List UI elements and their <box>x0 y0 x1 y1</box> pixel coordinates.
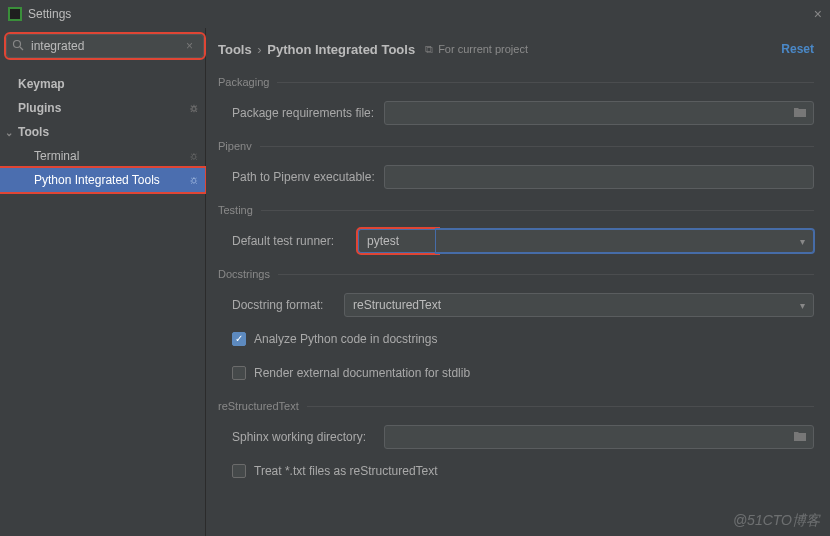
section-title: Docstrings <box>218 268 814 280</box>
breadcrumb-separator: › <box>257 42 261 57</box>
sphinx-dir-label: Sphinx working directory: <box>232 430 384 444</box>
treat-txt-checkbox[interactable] <box>232 464 246 478</box>
search-input[interactable] <box>6 34 204 58</box>
sidebar-item-label: Tools <box>18 125 49 139</box>
render-stdlib-checkbox[interactable] <box>232 366 246 380</box>
analyze-docstrings-label: Analyze Python code in docstrings <box>254 332 437 346</box>
sidebar: × Keymap Plugins ⛭ ⌄ Tools Terminal ⛭ Py… <box>0 28 206 536</box>
row-treat-txt: Treat *.txt files as reStructuredText <box>232 458 814 484</box>
treat-txt-label: Treat *.txt files as reStructuredText <box>254 464 438 478</box>
close-icon[interactable]: × <box>794 6 822 22</box>
window-title: Settings <box>28 7 794 21</box>
settings-tree: Keymap Plugins ⛭ ⌄ Tools Terminal ⛭ Pyth… <box>0 66 205 192</box>
search-icon <box>12 39 24 54</box>
pipenv-path-input[interactable] <box>384 165 814 189</box>
project-badge-icon: ⛭ <box>189 175 199 186</box>
project-badge-icon: ⛭ <box>189 103 199 114</box>
breadcrumb-row: Tools › Python Integrated Tools ⧉ For cu… <box>218 36 814 62</box>
section-docstrings: Docstrings Docstring format: reStructure… <box>218 268 814 386</box>
row-docstring-format: Docstring format: reStructuredText ▾ <box>232 292 814 318</box>
row-package-requirements: Package requirements file: <box>232 100 814 126</box>
project-scope-label: For current project <box>438 43 528 55</box>
section-rst: reStructuredText Sphinx working director… <box>218 400 814 484</box>
breadcrumb-root: Tools <box>218 42 252 57</box>
pipenv-path-label: Path to Pipenv executable: <box>232 170 384 184</box>
svg-rect-1 <box>10 9 20 19</box>
sidebar-item-label: Python Integrated Tools <box>34 173 160 187</box>
row-sphinx-dir: Sphinx working directory: <box>232 424 814 450</box>
sidebar-item-label: Plugins <box>18 101 61 115</box>
folder-icon[interactable] <box>793 430 807 445</box>
app-icon <box>8 7 22 21</box>
sidebar-item-keymap[interactable]: Keymap <box>0 72 205 96</box>
search-row: × <box>0 28 205 66</box>
svg-point-2 <box>14 40 21 47</box>
section-title: reStructuredText <box>218 400 814 412</box>
section-pipenv: Pipenv Path to Pipenv executable: <box>218 140 814 190</box>
project-scope-chip: ⧉ For current project <box>425 43 528 56</box>
section-testing: Testing Default test runner: pytest ▾ <box>218 204 814 254</box>
project-badge-icon: ⛭ <box>189 151 199 162</box>
chevron-down-icon: ▾ <box>800 236 805 247</box>
section-packaging: Packaging Package requirements file: <box>218 76 814 126</box>
sidebar-item-label: Keymap <box>18 77 65 91</box>
folder-icon[interactable] <box>793 106 807 121</box>
svg-line-3 <box>20 47 23 50</box>
sidebar-item-terminal[interactable]: Terminal ⛭ <box>0 144 205 168</box>
analyze-docstrings-checkbox[interactable] <box>232 332 246 346</box>
row-test-runner: Default test runner: pytest ▾ <box>232 228 814 254</box>
test-runner-label: Default test runner: <box>232 234 358 248</box>
row-pipenv-path: Path to Pipenv executable: <box>232 164 814 190</box>
section-title: Packaging <box>218 76 814 88</box>
reset-link[interactable]: Reset <box>781 42 814 56</box>
sidebar-item-tools[interactable]: ⌄ Tools <box>0 120 205 144</box>
main-panel: Tools › Python Integrated Tools ⧉ For cu… <box>206 28 830 536</box>
content: × Keymap Plugins ⛭ ⌄ Tools Terminal ⛭ Py… <box>0 28 830 536</box>
docstring-format-select[interactable]: reStructuredText ▾ <box>344 293 814 317</box>
section-title: Testing <box>218 204 814 216</box>
pkg-requirements-label: Package requirements file: <box>232 106 384 120</box>
docstring-format-value: reStructuredText <box>353 298 441 312</box>
copy-icon: ⧉ <box>425 43 433 56</box>
test-runner-select-highlight[interactable]: pytest <box>358 229 438 253</box>
sidebar-item-label: Terminal <box>34 149 79 163</box>
docstring-format-label: Docstring format: <box>232 298 344 312</box>
render-stdlib-label: Render external documentation for stdlib <box>254 366 470 380</box>
sidebar-item-plugins[interactable]: Plugins ⛭ <box>0 96 205 120</box>
breadcrumb-leaf: Python Integrated Tools <box>267 42 415 57</box>
breadcrumb: Tools › Python Integrated Tools <box>218 42 415 57</box>
row-render-stdlib: Render external documentation for stdlib <box>232 360 814 386</box>
chevron-down-icon: ⌄ <box>4 127 14 138</box>
titlebar: Settings × <box>0 0 830 28</box>
sidebar-item-python-integrated-tools[interactable]: Python Integrated Tools ⛭ <box>0 168 205 192</box>
row-analyze-docstrings: Analyze Python code in docstrings <box>232 326 814 352</box>
clear-search-icon[interactable]: × <box>186 39 193 53</box>
watermark: @51CTO博客 <box>733 512 820 530</box>
test-runner-value: pytest <box>367 234 399 248</box>
section-title: Pipenv <box>218 140 814 152</box>
pkg-requirements-input[interactable] <box>384 101 814 125</box>
chevron-down-icon: ▾ <box>800 300 805 311</box>
test-runner-select[interactable]: ▾ <box>436 229 814 253</box>
sphinx-dir-input[interactable] <box>384 425 814 449</box>
